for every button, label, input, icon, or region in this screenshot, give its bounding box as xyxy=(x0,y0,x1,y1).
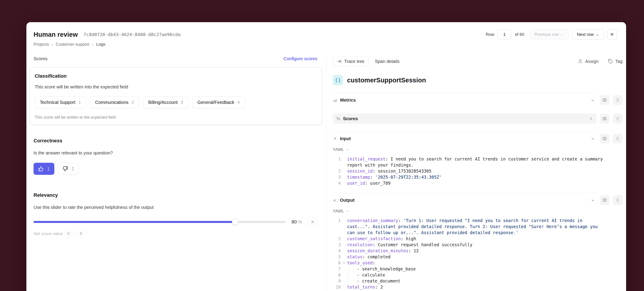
relevancy-section: Relevancy Use this slider to rate the pe… xyxy=(34,192,317,237)
assign-button[interactable]: Assign xyxy=(578,59,598,64)
token-plain: : high xyxy=(401,236,416,241)
output-columns-button[interactable] xyxy=(600,195,610,205)
fold-spacer xyxy=(341,180,347,186)
user-icon xyxy=(578,59,583,64)
output-label: Output xyxy=(340,198,355,203)
line-number: 7 xyxy=(333,266,341,272)
trace-tree-icon xyxy=(337,59,342,64)
metrics-header[interactable]: Metrics xyxy=(333,93,596,107)
input-header[interactable]: Input xyxy=(333,131,596,146)
chevron-right-icon[interactable] xyxy=(589,117,593,121)
drag-handle-icon xyxy=(616,198,620,202)
correctness-title: Correctness xyxy=(34,138,317,144)
scores-drag-handle[interactable] xyxy=(613,114,622,124)
line-number: 10 xyxy=(333,284,341,290)
tab-span-details[interactable]: Span details xyxy=(375,59,399,64)
row-number-input[interactable] xyxy=(497,30,512,39)
previous-row-button[interactable]: Previous row ← xyxy=(530,29,569,40)
thumbs-up-button[interactable]: 1 xyxy=(34,163,54,175)
tab-trace-tree[interactable]: Trace tree xyxy=(333,56,368,67)
relevancy-title: Relevancy xyxy=(34,192,317,198)
slider-thumb[interactable] xyxy=(232,218,238,225)
option-hotkey: 1 xyxy=(78,100,81,105)
clear-score-button[interactable]: ✕ xyxy=(308,217,317,226)
code-line: 1conversation_summary: 'Turn 1: User req… xyxy=(333,218,622,236)
scores-panel-title: Scores xyxy=(34,56,48,61)
scores-header[interactable]: % Scores xyxy=(333,114,596,124)
span-type-icon: () xyxy=(333,75,343,85)
tag-button[interactable]: Tag xyxy=(608,59,622,64)
code-content: resolution: Customer request handled suc… xyxy=(347,242,622,248)
token-plain: - create_document xyxy=(357,278,400,283)
metrics-drag-handle[interactable] xyxy=(613,95,622,105)
token-key: total_turns xyxy=(347,284,375,289)
option-label: General/Feedback xyxy=(198,100,234,105)
classification-option-communications[interactable]: Communications2 xyxy=(90,96,139,108)
code-content: status: completed xyxy=(347,254,622,260)
breadcrumb-item-projects[interactable]: Projects xyxy=(34,42,49,47)
token-plain: : 2 xyxy=(375,284,383,289)
token-key: tools_used xyxy=(347,260,372,265)
code-line: 3timestamp: '2025-07-29T22:35:43.305Z' xyxy=(333,174,622,180)
relevancy-slider[interactable] xyxy=(34,221,286,223)
input-drag-handle[interactable] xyxy=(613,134,622,143)
token-plain: - calculate xyxy=(357,272,385,277)
option-label: Technical Support xyxy=(40,100,75,105)
columns-icon xyxy=(602,136,607,141)
metrics-label: Metrics xyxy=(340,98,356,103)
columns-icon xyxy=(602,198,607,202)
range-dash: - xyxy=(74,231,75,236)
modal-header: Human review fc8d0720-db43-4624-8408-d8c… xyxy=(26,22,626,47)
breadcrumb-item-customer-support[interactable]: Customer support xyxy=(56,42,90,47)
close-button[interactable]: ✕ xyxy=(607,29,617,40)
line-number: 5 xyxy=(333,254,341,260)
classification-title: Classification xyxy=(35,73,317,79)
max-key: 9 xyxy=(78,230,84,237)
configure-scores-link[interactable]: Configure scores xyxy=(284,56,317,61)
classification-option-technical-support[interactable]: Technical Support1 xyxy=(35,96,86,108)
classification-description: This score will be written into the expe… xyxy=(35,84,317,90)
chevron-down-icon[interactable] xyxy=(591,137,595,141)
code-content: total_turns: 2 xyxy=(347,284,622,290)
clear-icon: ✕ xyxy=(311,219,314,224)
slider-value: 80% xyxy=(292,219,302,224)
token-plain: : Customer request handled successfully xyxy=(372,242,472,247)
classification-option-billing-account[interactable]: Billing/Account3 xyxy=(143,96,188,108)
token-plain: : session_1753828543305 xyxy=(372,169,431,173)
option-label: Billing/Account xyxy=(148,100,178,105)
next-row-button[interactable]: Next row → xyxy=(572,29,604,40)
code-content: tools_used: xyxy=(347,260,622,266)
input-columns-button[interactable] xyxy=(600,134,610,143)
output-drag-handle[interactable] xyxy=(613,195,622,205)
breadcrumb-item-logs[interactable]: Logs xyxy=(96,42,105,47)
fold-spacer xyxy=(341,266,347,272)
chevron-down-icon[interactable] xyxy=(591,98,595,102)
option-hotkey: 2 xyxy=(132,100,134,105)
token-plain: : completed xyxy=(362,254,391,259)
fold-chevron-icon[interactable] xyxy=(341,260,347,266)
thumbs-down-button[interactable]: 2 xyxy=(58,163,79,175)
input-format-selector[interactable]: YAML xyxy=(333,147,349,152)
classification-option-general-feedback[interactable]: General/Feedback4 xyxy=(192,96,245,108)
code-line: 1initial_request: I need you to search f… xyxy=(333,156,622,168)
token-key: resolution xyxy=(347,242,372,247)
breadcrumb-separator: › xyxy=(92,42,94,47)
output-header[interactable]: Output xyxy=(333,193,596,207)
output-format-selector[interactable]: YAML xyxy=(333,209,349,213)
fold-spacer xyxy=(341,174,347,180)
code-line: 4user_id: user_789 xyxy=(333,180,622,186)
fold-spacer xyxy=(341,236,347,242)
correctness-section: Correctness Is the answer relevant to yo… xyxy=(34,138,317,175)
arrow-up-right-icon xyxy=(333,137,337,141)
fold-spacer xyxy=(341,254,347,260)
scores-section: % Scores xyxy=(333,114,622,124)
chevron-down-icon[interactable] xyxy=(591,198,595,202)
fold-spacer xyxy=(341,284,347,290)
code-content: session_id: session_1753828543305 xyxy=(347,168,622,174)
scores-columns-button[interactable] xyxy=(600,114,610,124)
slider-unit: % xyxy=(298,219,302,224)
fold-spacer xyxy=(341,156,347,162)
input-code-block: 1initial_request: I need you to search f… xyxy=(333,156,622,186)
drag-handle-icon xyxy=(616,98,620,102)
metrics-columns-button[interactable] xyxy=(600,95,610,105)
